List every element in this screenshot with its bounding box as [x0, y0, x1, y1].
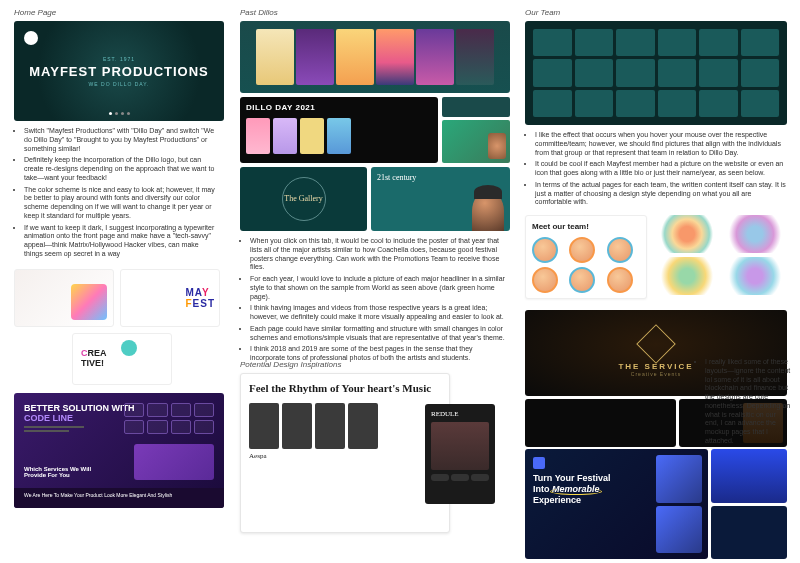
hero-title: MAYFEST PRODUCTIONS	[29, 64, 209, 79]
dillo-2021-title: DILLO DAY 2021	[246, 103, 432, 112]
festival-logo-icon	[533, 457, 545, 469]
team-bullet: In terms of the actual pages for each te…	[535, 181, 787, 207]
team-avatars	[532, 237, 640, 293]
festival-side-cards	[711, 449, 787, 559]
past-bullets: When you click on this tab, it would be …	[240, 237, 508, 363]
meet-team-card: Meet our team!	[525, 215, 647, 299]
creative-thumb: CREATIVE!	[72, 333, 172, 385]
poster-thumb	[296, 29, 334, 85]
past-bullet: Each page could have similar formatting …	[250, 325, 508, 343]
mayfest-logo-thumb: MAYFEST	[120, 269, 220, 327]
gallery-mock: The Gallery	[240, 167, 367, 231]
inspiration-thumbs-row1: MAYFEST	[14, 269, 224, 327]
music-artist-label: Aespa	[249, 452, 441, 460]
purple-footer: We Are Here To Make Your Product Look Mo…	[14, 488, 224, 508]
past-posters-strip	[240, 21, 510, 93]
team-bullets: I like the effect that occurs when you h…	[525, 131, 787, 207]
poster-thumb	[456, 29, 494, 85]
festival-mock: Turn Your Festival Into Memorable Experi…	[525, 449, 787, 559]
side-card-title: REDULE	[431, 410, 489, 418]
inspo-heading: Potential Design Inspirations	[240, 360, 510, 369]
service-hex-icon	[636, 324, 676, 364]
paint-splash-icons	[655, 215, 787, 295]
purple-icon-grid	[124, 403, 214, 434]
poster-thumb	[416, 29, 454, 85]
music-side-card: REDULE	[425, 404, 495, 504]
creative-text: CREATIVE!	[81, 348, 107, 368]
home-bullets: Switch "Mayfest Productions" with "Dillo…	[14, 127, 219, 259]
century-mock: 21st century	[371, 167, 510, 231]
homepage-hero-mock: EST. 1971 MAYFEST PRODUCTIONS WE DO DILL…	[14, 21, 224, 121]
poster-thumb	[376, 29, 414, 85]
hero-est: EST. 1971	[103, 56, 135, 62]
team-grid-mock	[525, 21, 787, 125]
side-note: I really liked some of these layouts—ign…	[695, 358, 791, 449]
pastel-site-thumb	[14, 269, 114, 327]
meet-team-title: Meet our team!	[532, 222, 640, 231]
hero-carousel-dots	[109, 112, 130, 115]
purple-subhead: Which Services We Will Provide For You	[24, 466, 114, 478]
hero-sub: WE DO DILLO DAY.	[89, 81, 150, 87]
home-bullet: Definitely keep the incorporation of the…	[24, 156, 219, 182]
home-bullet: Switch "Mayfest Productions" with "Dillo…	[24, 127, 219, 153]
music-artists-row	[249, 403, 441, 449]
team-bullet: I like the effect that occurs when you h…	[535, 131, 787, 157]
music-title: Feel the Rhythm of Your heart's Music	[249, 382, 441, 395]
festival-side-images	[656, 455, 702, 553]
past-bullet: For each year, I would love to include a…	[250, 275, 508, 301]
service-sub: Creative Events	[631, 371, 681, 377]
mayfest-logo: MAYFEST	[185, 287, 215, 309]
side-note-bullet: I really liked some of these layouts—ign…	[705, 358, 791, 446]
past-bullet: I think having images and videos from th…	[250, 304, 508, 322]
purple-site-mock: BETTER SOLUTION WITH CODE LINE Which Ser…	[14, 393, 224, 508]
home-heading: Home Page	[14, 8, 224, 17]
poster-thumb	[336, 29, 374, 85]
team-bullet: It could be cool if each Mayfest member …	[535, 160, 787, 178]
small-stack	[442, 97, 510, 163]
purple-device-mock	[134, 444, 214, 480]
home-bullet: The color scheme is nice and easy to loo…	[24, 186, 219, 221]
poster-thumb	[256, 29, 294, 85]
dillo-2021-mock: DILLO DAY 2021	[240, 97, 438, 163]
music-site-mock: Feel the Rhythm of Your heart's Music Ae…	[240, 373, 450, 533]
past-heading: Past Dillos	[240, 8, 510, 17]
home-bullet: If we want to keep it dark, I suggest in…	[24, 224, 219, 259]
past-bullet: When you click on this tab, it would be …	[250, 237, 508, 272]
team-heading: Our Team	[525, 8, 787, 17]
